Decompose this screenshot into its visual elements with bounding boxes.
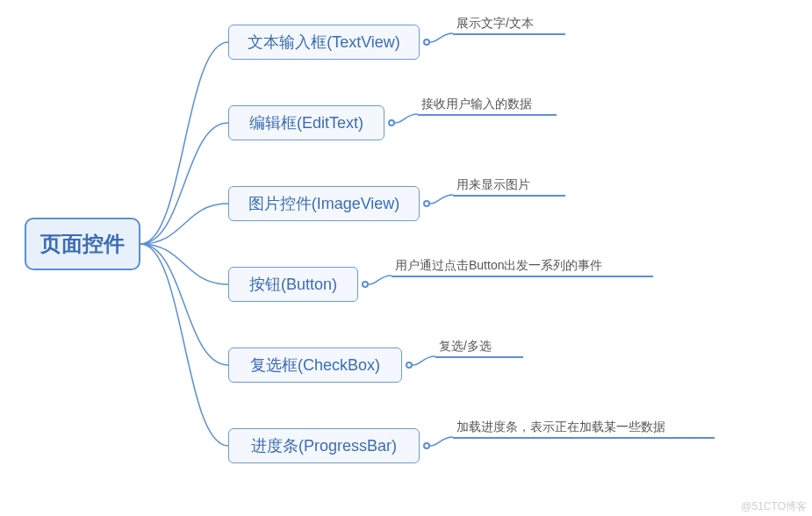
watermark: @51CTO博客 (741, 499, 807, 514)
child-label: 进度条(ProgressBar) (251, 435, 397, 456)
leaf-underline (392, 276, 653, 277)
connector-dot (423, 200, 430, 207)
connector-dot (406, 362, 413, 369)
child-label: 文本输入框(TextView) (248, 32, 400, 53)
child-node: 文本输入框(TextView) (228, 25, 420, 60)
leaf-label: 接收用户输入的数据 (421, 97, 532, 112)
child-node: 图片控件(ImageView) (228, 186, 420, 221)
child-label: 复选框(CheckBox) (250, 355, 380, 376)
root-label: 页面控件 (40, 230, 125, 258)
child-label: 图片控件(ImageView) (248, 193, 400, 214)
connector-dot (423, 442, 430, 449)
leaf-underline (435, 356, 523, 358)
connector-dot (362, 281, 369, 288)
leaf-underline (418, 114, 557, 116)
child-label: 编辑框(EditText) (249, 112, 363, 133)
leaf-underline (453, 33, 565, 35)
leaf-label: 复选/多选 (439, 339, 492, 355)
connector-dot (423, 39, 430, 46)
leaf-label: 用来显示图片 (456, 177, 530, 193)
child-label: 按钮(Button) (249, 274, 337, 295)
leaf-label: 展示文字/文本 (456, 16, 534, 32)
child-node: 复选框(CheckBox) (228, 348, 402, 383)
root-node: 页面控件 (25, 218, 140, 270)
leaf-label: 用户通过点击Button出发一系列的事件 (395, 258, 602, 274)
child-node: 进度条(ProgressBar) (228, 428, 420, 463)
child-node: 按钮(Button) (228, 267, 358, 302)
child-node: 编辑框(EditText) (228, 105, 384, 140)
leaf-underline (453, 195, 565, 197)
leaf-underline (453, 437, 715, 439)
connector-dot (388, 119, 395, 126)
leaf-label: 加载进度条，表示正在加载某一些数据 (456, 419, 665, 435)
